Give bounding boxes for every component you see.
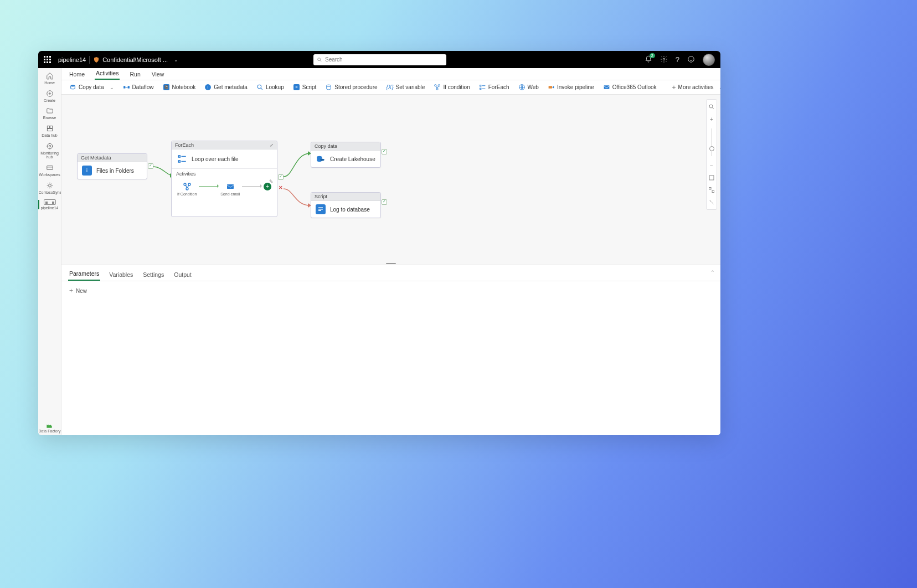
- search-input[interactable]: Search: [313, 54, 446, 65]
- tab-run[interactable]: Run: [128, 69, 141, 80]
- nav-workspace-contoso[interactable]: ContosoSynapseWorks...: [38, 180, 61, 197]
- fit-screen-button[interactable]: [707, 173, 717, 183]
- toolbar-script[interactable]: ≡ Script: [290, 82, 320, 92]
- nav-home[interactable]: Home: [38, 70, 61, 87]
- toolbar-notebook[interactable]: 📓 Notebook: [159, 82, 199, 92]
- chevron-down-icon: ⌄: [174, 57, 178, 63]
- left-nav: Home Create Browse Data hub Monitoring h…: [38, 68, 61, 435]
- toolbar-stored-procedure[interactable]: Stored procedure: [322, 82, 380, 92]
- titlebar-icons: 2 ?: [645, 54, 715, 66]
- search-canvas-button[interactable]: [707, 102, 717, 112]
- nav-datahub[interactable]: Data hub: [38, 123, 61, 140]
- tab-view[interactable]: View: [151, 69, 166, 80]
- classification-label: Confidential\Microsoft ...: [102, 56, 168, 63]
- tab-output[interactable]: Output: [173, 270, 193, 281]
- toolbar-outlook[interactable]: Office365 Outlook: [600, 82, 660, 92]
- copy-data-icon: [69, 84, 76, 91]
- nav-workspaces[interactable]: Workspaces: [38, 162, 61, 179]
- info-icon: i: [204, 84, 212, 91]
- activities-toolbar: Copy data ⌄ Dataflow 📓 Notebook i Get me…: [61, 80, 720, 95]
- node-get-metadata[interactable]: Get Metadata i Files in Folders: [77, 153, 147, 179]
- svg-point-11: [48, 184, 51, 187]
- svg-point-8: [47, 143, 52, 148]
- svg-rect-26: [604, 85, 609, 89]
- tab-parameters[interactable]: Parameters: [68, 269, 100, 281]
- autolayout-button[interactable]: [707, 185, 717, 195]
- pipeline-canvas[interactable]: Get Metadata i Files in Folders: [61, 95, 720, 265]
- toolbar-lookup[interactable]: Lookup: [253, 82, 287, 92]
- classification-dropdown[interactable]: Confidential\Microsoft ... ⌄: [93, 56, 178, 63]
- web-icon: [518, 84, 526, 91]
- tab-home[interactable]: Home: [68, 69, 86, 80]
- toolbar-set-variable[interactable]: {X} Set variable: [383, 82, 429, 92]
- success-check-icon: [148, 163, 153, 169]
- toolbar-copy-data[interactable]: Copy data ⌄: [66, 82, 117, 92]
- ribbon-tabs: Home Activities Run View: [61, 68, 720, 80]
- feedback-button[interactable]: [687, 55, 695, 64]
- settings-button[interactable]: [660, 55, 668, 64]
- shield-icon: [93, 56, 100, 63]
- arrow-icon: [242, 186, 261, 187]
- ifcond-icon: [434, 84, 441, 91]
- node-copy-data[interactable]: Copy data Create Lakehouse: [311, 142, 381, 168]
- app-launcher-icon[interactable]: [44, 56, 51, 64]
- collapse-panel-button[interactable]: ⌃: [710, 270, 715, 275]
- new-parameter-button[interactable]: + New: [69, 287, 713, 295]
- svg-rect-6: [50, 126, 52, 128]
- nav-create[interactable]: Create: [38, 88, 61, 105]
- lookup-icon: [256, 84, 264, 91]
- toolbar-web[interactable]: Web: [515, 82, 542, 92]
- zoom-in-button[interactable]: +: [707, 114, 717, 124]
- collapse-button[interactable]: [707, 197, 717, 207]
- svg-rect-40: [712, 190, 714, 193]
- mini-if-condition[interactable]: If Condition: [177, 182, 197, 196]
- toolbar-foreach[interactable]: ForEach: [476, 82, 513, 92]
- svg-line-1: [320, 60, 321, 61]
- avatar[interactable]: [703, 54, 715, 66]
- toolbar-get-metadata[interactable]: i Get metadata: [201, 82, 251, 92]
- svg-rect-22: [480, 85, 481, 86]
- titlebar: pipeline14 Confidential\Microsoft ... ⌄ …: [38, 51, 720, 68]
- svg-rect-34: [227, 184, 234, 189]
- tab-settings[interactable]: Settings: [142, 270, 165, 281]
- outlook-icon: [603, 84, 610, 91]
- toolbar-more-activities[interactable]: + More activities ⌄: [669, 82, 720, 93]
- svg-rect-25: [549, 86, 553, 88]
- svg-point-37: [709, 105, 713, 108]
- toolbar-invoke-pipeline[interactable]: Invoke pipeline: [544, 82, 597, 92]
- success-check-icon: [382, 149, 387, 154]
- svg-rect-10: [47, 166, 53, 170]
- node-script[interactable]: Script Log to database: [311, 192, 381, 218]
- svg-rect-13: [123, 86, 125, 88]
- tab-variables[interactable]: Variables: [108, 270, 134, 281]
- zoom-out-button[interactable]: −: [707, 161, 717, 171]
- tab-activities[interactable]: Activities: [95, 68, 120, 80]
- plus-icon: +: [69, 287, 73, 295]
- nav-browse[interactable]: Browse: [38, 105, 61, 122]
- toolbar-if-condition[interactable]: If condition: [430, 82, 473, 92]
- edit-icon[interactable]: ✎: [269, 179, 274, 184]
- help-button[interactable]: ?: [676, 55, 679, 64]
- notifications-button[interactable]: 2: [645, 55, 652, 64]
- node-foreach[interactable]: ForEach⤢ Loop over each file Activities …: [171, 141, 277, 217]
- notification-badge: 2: [650, 53, 655, 58]
- svg-point-36: [320, 159, 324, 161]
- brand-datafactory[interactable]: Data Factory: [38, 421, 60, 433]
- script-icon: [316, 204, 326, 214]
- search-placeholder: Search: [325, 56, 343, 63]
- toolbar-dataflow[interactable]: Dataflow: [120, 82, 157, 92]
- svg-point-3: [688, 56, 694, 62]
- nav-monitoring[interactable]: Monitoring hub: [38, 141, 61, 161]
- svg-point-33: [186, 188, 188, 190]
- svg-rect-7: [47, 129, 52, 131]
- canvas-controls: + −: [706, 99, 717, 210]
- expand-icon[interactable]: ⤢: [270, 143, 274, 148]
- svg-point-12: [71, 85, 75, 86]
- page-title: pipeline14: [58, 56, 86, 63]
- zoom-slider[interactable]: [712, 128, 712, 156]
- svg-point-9: [49, 145, 51, 147]
- nav-pipeline[interactable]: pipeline14: [38, 198, 61, 212]
- mini-send-email[interactable]: Send email: [220, 182, 240, 196]
- svg-rect-38: [709, 176, 714, 180]
- svg-text:i: i: [86, 168, 87, 173]
